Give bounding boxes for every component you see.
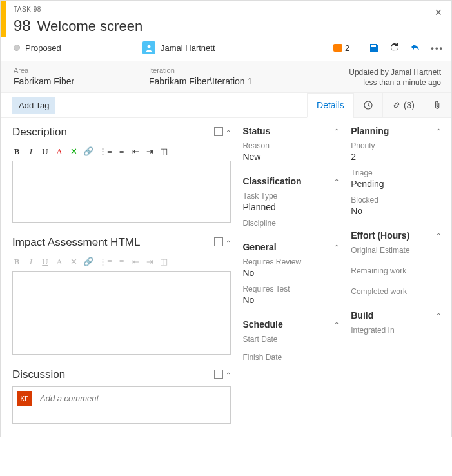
- discipline-label: Discipline: [242, 219, 339, 228]
- font-color-button[interactable]: A: [55, 257, 64, 267]
- collapse-icon[interactable]: ⌃: [226, 239, 231, 246]
- collapse-icon[interactable]: ⌃: [334, 178, 339, 185]
- planning-heading: Planning: [351, 126, 389, 136]
- indent-button[interactable]: ⇥: [145, 257, 154, 267]
- blocked-label: Blocked: [351, 195, 441, 204]
- triage-label: Triage: [351, 168, 441, 177]
- collapse-icon[interactable]: ⌃: [226, 129, 231, 136]
- schedule-heading: Schedule: [242, 319, 282, 330]
- start-date-label: Start Date: [242, 335, 339, 344]
- tasktype-value[interactable]: Planned: [242, 202, 339, 212]
- reason-label: Reason: [242, 141, 339, 150]
- work-item-color-bar: [1, 1, 6, 37]
- bullets-button[interactable]: ⋮≡: [99, 257, 112, 267]
- close-icon[interactable]: ✕: [426, 1, 451, 37]
- maximize-icon[interactable]: [214, 239, 222, 246]
- collapse-icon[interactable]: ⌃: [334, 128, 339, 135]
- image-button[interactable]: ◫: [159, 257, 168, 267]
- comment-input[interactable]: [36, 387, 230, 423]
- updated-by: Updated by Jamal Hartnett: [304, 68, 441, 77]
- numbers-button[interactable]: ≡: [117, 146, 126, 157]
- collapse-icon[interactable]: ⌃: [334, 244, 339, 251]
- links-count: (3): [404, 100, 415, 110]
- task-id: 98: [14, 17, 31, 35]
- underline-button[interactable]: U: [41, 146, 50, 157]
- reason-value[interactable]: New: [242, 152, 339, 162]
- priority-value[interactable]: 2: [351, 152, 441, 162]
- req-review-value[interactable]: No: [242, 268, 339, 278]
- font-color-button[interactable]: A: [55, 146, 64, 157]
- description-heading: Description: [12, 126, 67, 139]
- classification-heading: Classification: [242, 176, 301, 186]
- area-value[interactable]: Fabrikam Fiber: [14, 76, 128, 86]
- collapse-icon[interactable]: ⌃: [436, 128, 441, 135]
- integrated-label: Integrated In: [351, 326, 441, 335]
- outdent-button[interactable]: ⇤: [131, 257, 140, 267]
- collapse-icon[interactable]: ⌃: [226, 372, 231, 379]
- general-heading: General: [242, 242, 276, 252]
- task-type-label: TASK 98: [14, 6, 418, 13]
- effort-heading: Effort (Hours): [351, 230, 409, 241]
- outdent-button[interactable]: ⇤: [131, 146, 140, 157]
- clear-format-button[interactable]: ✕: [69, 257, 78, 267]
- impact-heading: Impact Assessment HTML: [12, 236, 140, 249]
- description-toolbar: B I U A ✕ 🔗 ⋮≡ ≡ ⇤ ⇥ ◫: [12, 144, 231, 159]
- priority-label: Priority: [351, 141, 441, 150]
- collapse-icon[interactable]: ⌃: [334, 321, 339, 328]
- refresh-icon[interactable]: [389, 43, 400, 53]
- numbers-button[interactable]: ≡: [117, 257, 126, 267]
- add-tag-button[interactable]: Add Tag: [12, 97, 55, 114]
- assignee-name[interactable]: Jamal Hartnett: [161, 43, 215, 53]
- task-title[interactable]: Welcome screen: [37, 18, 142, 35]
- italic-button[interactable]: I: [26, 257, 35, 267]
- orig-est-label: Original Estimate: [351, 246, 441, 255]
- remaining-label: Remaining work: [351, 266, 441, 275]
- iteration-label: Iteration: [149, 66, 283, 74]
- tab-history[interactable]: [353, 93, 382, 117]
- save-icon[interactable]: [369, 43, 379, 53]
- svg-point-0: [148, 45, 151, 48]
- assignee-avatar-icon: [142, 41, 155, 54]
- comment-icon[interactable]: [333, 44, 342, 52]
- italic-button[interactable]: I: [26, 146, 35, 157]
- description-input[interactable]: [12, 161, 231, 223]
- state-value[interactable]: Proposed: [25, 43, 61, 53]
- tab-attachments[interactable]: [424, 93, 451, 117]
- req-test-label: Requires Test: [242, 284, 339, 293]
- comment-count[interactable]: 2: [345, 43, 349, 53]
- undo-icon[interactable]: [410, 43, 420, 53]
- updated-time: less than a minute ago: [304, 78, 441, 87]
- current-user-avatar-icon: KF: [17, 391, 32, 406]
- blocked-value[interactable]: No: [351, 206, 441, 216]
- bold-button[interactable]: B: [12, 146, 21, 157]
- tab-details[interactable]: Details: [307, 93, 353, 118]
- tasktype-label: Task Type: [242, 192, 339, 201]
- maximize-icon[interactable]: [214, 371, 222, 379]
- bullets-button[interactable]: ⋮≡: [99, 146, 112, 157]
- clear-format-button[interactable]: ✕: [69, 146, 78, 157]
- triage-value[interactable]: Pending: [351, 179, 441, 189]
- more-actions-icon[interactable]: •••: [431, 43, 444, 53]
- impact-toolbar: B I U A ✕ 🔗 ⋮≡ ≡ ⇤ ⇥ ◫: [12, 254, 231, 270]
- tab-links[interactable]: (3): [382, 93, 424, 117]
- collapse-icon[interactable]: ⌃: [436, 232, 441, 239]
- image-button[interactable]: ◫: [159, 146, 168, 157]
- finish-date-label: Finish Date: [242, 353, 339, 362]
- build-heading: Build: [351, 310, 373, 321]
- maximize-icon[interactable]: [214, 128, 222, 136]
- completed-label: Completed work: [351, 287, 441, 296]
- impact-input[interactable]: [12, 271, 231, 355]
- state-indicator-icon: [14, 45, 20, 51]
- iteration-value[interactable]: Fabrikam Fiber\Iteration 1: [149, 76, 283, 86]
- link-button[interactable]: 🔗: [83, 146, 93, 157]
- bold-button[interactable]: B: [12, 257, 21, 267]
- collapse-icon[interactable]: ⌃: [436, 312, 441, 319]
- link-button[interactable]: 🔗: [83, 257, 93, 267]
- status-heading: Status: [242, 126, 270, 136]
- area-label: Area: [14, 66, 128, 74]
- req-test-value[interactable]: No: [242, 295, 339, 305]
- discussion-heading: Discussion: [12, 368, 65, 381]
- req-review-label: Requires Review: [242, 257, 339, 266]
- indent-button[interactable]: ⇥: [145, 146, 154, 157]
- underline-button[interactable]: U: [41, 257, 50, 267]
